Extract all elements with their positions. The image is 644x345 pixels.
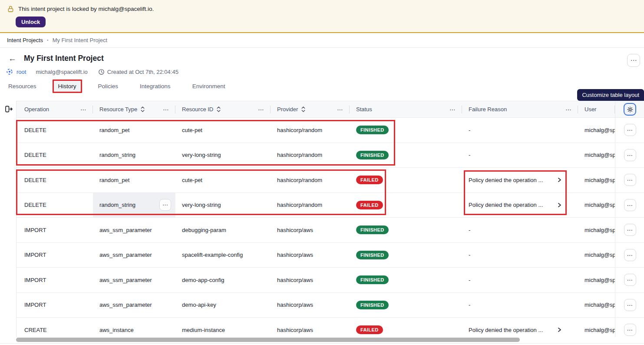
column-menu-icon[interactable]: ⋯	[163, 106, 169, 113]
cell-resource-id: very-long-string	[175, 143, 271, 168]
resource-id-text: cute-pet	[182, 127, 202, 133]
cell-resource-id: demo-app-config	[175, 268, 271, 292]
cell-resource-type: aws_ssm_parameter ⋯	[93, 293, 175, 318]
row-actions-kebab-button[interactable]: ⋯	[624, 149, 636, 161]
col-label: User	[585, 106, 596, 113]
resource-type-text: random_string	[99, 202, 135, 208]
provider-text: hashicorp/aws	[277, 277, 313, 283]
table-row[interactable]: IMPORT aws_ssm_parameter ⋯ spacelift-exa…	[17, 243, 644, 268]
column-menu-icon[interactable]: ⋯	[80, 106, 87, 113]
row-actions-kebab-button[interactable]: ⋯	[624, 124, 636, 136]
cell-operation: DELETE	[17, 168, 93, 192]
cell-operation: IMPORT	[17, 218, 93, 242]
expand-side-panel-button[interactable]	[3, 104, 14, 115]
tab-policies[interactable]: Policies	[92, 80, 124, 93]
table-body: DELETE random_pet ⋯ cute-pet hashicorp/r…	[17, 118, 644, 337]
cell-status: FAILED	[350, 193, 462, 218]
resource-id-text: very-long-string	[182, 202, 221, 208]
row-actions-kebab-button[interactable]: ⋯	[624, 299, 636, 311]
table-row[interactable]: IMPORT aws_ssm_parameter ⋯ demo-app-conf…	[17, 268, 644, 293]
cell-resource-id: cute-pet	[175, 118, 271, 143]
space-scope-icon	[6, 68, 13, 75]
cell-status: FINISHED	[350, 293, 462, 318]
column-menu-icon[interactable]: ⋯	[258, 106, 264, 113]
back-arrow-icon[interactable]: ←	[8, 54, 17, 63]
cell-resource-type: aws_ssm_parameter ⋯	[93, 243, 175, 268]
customize-table-layout-button[interactable]	[624, 103, 636, 116]
table-row[interactable]: IMPORT aws_ssm_parameter ⋯ debugging-par…	[17, 218, 644, 243]
cell-failure-reason: Policy denied the operation ...	[462, 168, 578, 192]
sort-icon[interactable]	[301, 106, 306, 113]
row-actions-kebab-button[interactable]: ⋯	[624, 274, 636, 286]
failure-reason-text: -	[469, 127, 470, 133]
cell-resource-id: debugging-param	[175, 218, 271, 242]
cell-provider: hashicorp/aws	[271, 243, 350, 268]
failure-reason-text: -	[469, 252, 470, 258]
cell-provider: hashicorp/aws	[271, 268, 350, 292]
cell-resource-id: cute-pet	[175, 168, 271, 192]
status-badge: FINISHED	[356, 126, 389, 134]
row-actions-kebab-button[interactable]: ⋯	[624, 249, 636, 261]
user-text: michalg@spacelift.io	[585, 302, 615, 308]
tab-integrations[interactable]: Integrations	[134, 80, 176, 93]
cell-operation: DELETE	[17, 193, 93, 218]
resource-type-text: aws_ssm_parameter	[99, 252, 152, 258]
cell-operation: IMPORT	[17, 268, 93, 292]
table-row[interactable]: CREATE aws_instance ⋯ medium-instance ha…	[17, 318, 644, 337]
status-badge: FINISHED	[356, 275, 389, 284]
tab-resources[interactable]: Resources	[3, 80, 42, 93]
failure-reason-text: Policy denied the operation ...	[469, 202, 543, 208]
col-label: Operation	[24, 106, 49, 113]
row-actions-kebab-button[interactable]: ⋯	[624, 199, 636, 211]
cell-actions: ⋯	[615, 268, 644, 292]
row-actions-kebab-button[interactable]: ⋯	[624, 324, 636, 336]
chevron-right-icon[interactable]	[556, 327, 562, 333]
chevron-right-icon[interactable]	[556, 177, 562, 183]
row-actions-kebab-button[interactable]: ⋯	[624, 174, 636, 186]
col-header-failure-reason: Failure Reason ⋯	[462, 101, 578, 117]
table-row[interactable]: DELETE random_pet ⋯ cute-pet hashicorp/r…	[17, 168, 644, 193]
owner-email: michalg@spacelift.io	[36, 69, 87, 75]
cell-failure-reason: Policy denied the operation ...	[462, 318, 578, 337]
created-at-text: Created at Oct 7th, 22:04:45	[107, 69, 178, 75]
chevron-right-icon[interactable]	[556, 202, 562, 208]
sort-icon[interactable]	[216, 106, 221, 113]
operation-text: DELETE	[24, 127, 46, 133]
table-row[interactable]: DELETE random_string ⋯ very-long-string …	[17, 193, 644, 218]
table-row[interactable]: DELETE random_string ⋯ very-long-string …	[17, 143, 644, 168]
cell-user: michalg@spacelift.io	[578, 268, 615, 292]
breadcrumb-intent-projects[interactable]: Intent Projects	[7, 37, 43, 43]
table-row[interactable]: IMPORT aws_ssm_parameter ⋯ demo-api-key …	[17, 293, 644, 318]
cell-user: michalg@spacelift.io	[578, 293, 615, 318]
tab-environment[interactable]: Environment	[187, 80, 231, 93]
breadcrumb-separator: •	[47, 38, 49, 43]
col-header-resource-type: Resource Type ⋯	[93, 101, 175, 117]
space-root-link[interactable]: root	[17, 69, 26, 75]
user-text: michalg@spacelift.io	[585, 152, 615, 158]
resource-type-text: random_pet	[99, 177, 129, 183]
page-actions-kebab-button[interactable]: ⋯	[627, 54, 640, 67]
cell-resource-id: demo-api-key	[175, 293, 271, 318]
clock-icon	[98, 69, 105, 75]
cell-operation: IMPORT	[17, 293, 93, 318]
cell-failure-reason: -	[462, 118, 578, 143]
cell-operation: DELETE	[17, 143, 93, 168]
tab-history[interactable]: History	[53, 80, 82, 93]
operation-text: IMPORT	[24, 252, 46, 258]
sort-icon[interactable]	[140, 106, 145, 113]
cell-status: FAILED	[350, 318, 462, 337]
column-menu-icon[interactable]: ⋯	[337, 106, 343, 113]
column-menu-icon[interactable]: ⋯	[449, 106, 456, 113]
status-badge: FAILED	[356, 176, 383, 184]
cell-failure-reason: -	[462, 218, 578, 242]
column-menu-icon[interactable]: ⋯	[565, 106, 572, 113]
cell-user: michalg@spacelift.io	[578, 143, 615, 168]
user-text: michalg@spacelift.io	[585, 127, 615, 133]
row-actions-kebab-button[interactable]: ⋯	[624, 224, 636, 236]
cell-resource-type: aws_ssm_parameter ⋯	[93, 268, 175, 292]
cell-operation: DELETE	[17, 118, 93, 143]
table-row[interactable]: DELETE random_pet ⋯ cute-pet hashicorp/r…	[17, 118, 644, 143]
unlock-button[interactable]: Unlock	[16, 17, 46, 27]
horizontal-scrollbar-thumb[interactable]	[16, 338, 520, 342]
cell-menu-button[interactable]: ⋯	[159, 199, 171, 211]
